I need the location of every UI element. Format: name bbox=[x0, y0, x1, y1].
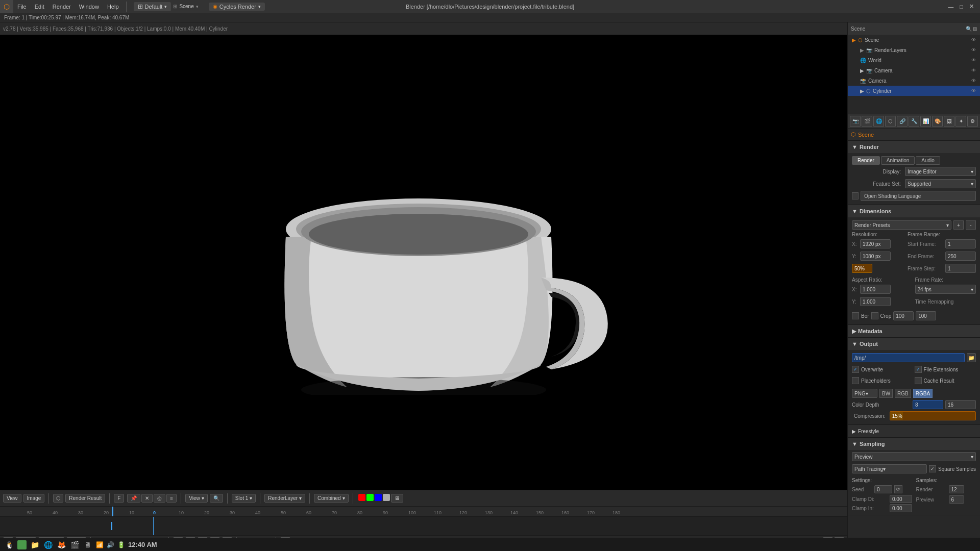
prop-tab-object[interactable]: ⬡ bbox=[885, 116, 896, 127]
bw-btn[interactable]: BW bbox=[879, 389, 893, 398]
bor-checkbox[interactable] bbox=[852, 312, 859, 319]
prop-tab-modifiers[interactable]: 🔧 bbox=[909, 116, 919, 127]
prop-tab-texture[interactable]: 🖼 bbox=[944, 116, 954, 127]
slot-selector[interactable]: Slot 1 ▾ bbox=[232, 494, 256, 503]
outliner-item-renderlayers[interactable]: ▶ 📷 RenderLayers 👁 bbox=[848, 45, 980, 55]
outliner-item-cylinder[interactable]: ▶ ⬡ Cylinder 👁 bbox=[848, 86, 980, 96]
view-button[interactable]: View bbox=[3, 494, 21, 503]
placeholders-checkbox[interactable] bbox=[852, 377, 859, 384]
color-icon1[interactable] bbox=[358, 494, 365, 501]
display-btn[interactable]: 🖥 bbox=[391, 494, 403, 503]
menu-file[interactable]: File bbox=[13, 0, 31, 13]
output-header[interactable]: ▼ Output bbox=[848, 338, 980, 350]
color-icon2[interactable] bbox=[366, 494, 374, 501]
preview-samples-value[interactable]: 6 bbox=[949, 495, 964, 504]
combined-selector[interactable]: Combined ▾ bbox=[314, 494, 349, 503]
render-layer-selector[interactable]: RenderLayer ▾ bbox=[264, 494, 305, 503]
workspace-selector[interactable]: ⊞ Default ▾ bbox=[134, 2, 172, 11]
overwrite-checkbox[interactable]: ✓ bbox=[852, 366, 859, 373]
render-presets-dropdown[interactable]: Render Presets ▾ bbox=[852, 220, 951, 230]
rl-eye[interactable]: 👁 bbox=[971, 47, 976, 53]
color-icon3[interactable] bbox=[375, 494, 382, 501]
f-button[interactable]: F bbox=[114, 494, 124, 503]
render-tab-audio[interactable]: Audio bbox=[916, 156, 940, 165]
preset-add-btn[interactable]: + bbox=[953, 220, 964, 230]
minimize-btn[interactable]: — bbox=[946, 4, 955, 10]
seed-random-btn[interactable]: ⟳ bbox=[894, 485, 902, 493]
framerate-dropdown[interactable]: 24 fps ▾ bbox=[915, 285, 976, 294]
image-button[interactable]: Image bbox=[23, 494, 45, 503]
clamp-indirect-value[interactable]: 0.00 bbox=[890, 504, 912, 512]
zoom-btn[interactable]: 🔍 bbox=[210, 494, 223, 503]
render-section-header[interactable]: ▼ Render bbox=[848, 141, 980, 153]
color-depth-16[interactable]: 16 bbox=[945, 400, 976, 409]
taskbar-penguin-icon[interactable]: 🐧 bbox=[4, 540, 14, 550]
filter-icon[interactable]: ⊞ bbox=[973, 26, 977, 32]
search-icon[interactable]: 🔍 bbox=[966, 26, 972, 32]
outliner-item-world[interactable]: 🌐 World 👁 bbox=[848, 55, 980, 65]
outliner-item-camera2[interactable]: 📸 Camera 👁 bbox=[848, 76, 980, 86]
viewport-canvas[interactable] bbox=[0, 35, 847, 490]
res-x-value[interactable]: 1920 px bbox=[860, 239, 891, 248]
rgba-btn[interactable]: RGBA bbox=[913, 389, 933, 398]
dimensions-header[interactable]: ▼ Dimensions bbox=[848, 205, 980, 217]
prop-tab-world[interactable]: 🌐 bbox=[873, 116, 884, 127]
square-samples-checkbox[interactable]: ✓ bbox=[929, 465, 936, 472]
view-dropdown[interactable]: View ▾ bbox=[185, 494, 208, 503]
preview-dropdown[interactable]: Preview ▾ bbox=[852, 452, 976, 461]
crop-checkbox[interactable] bbox=[871, 312, 878, 319]
taskbar-folder-icon[interactable]: 📁 bbox=[30, 540, 40, 550]
clamp-direct-value[interactable]: 0.00 bbox=[890, 495, 912, 503]
end-frame-value[interactable]: 250 bbox=[945, 252, 976, 261]
prop-tab-data[interactable]: 📊 bbox=[920, 116, 931, 127]
render-samples-value[interactable]: 12 bbox=[949, 485, 964, 493]
engine-selector[interactable]: ◉ Cycles Render ▾ bbox=[209, 3, 265, 11]
menu-render[interactable]: Render bbox=[48, 0, 75, 13]
prop-tab-render[interactable]: 📷 bbox=[850, 116, 861, 127]
crop-val2[interactable]: 100 bbox=[916, 311, 936, 320]
taskbar-monitor-icon[interactable]: 🖥 bbox=[83, 540, 93, 550]
freestyle-header[interactable]: ▶ Freestyle bbox=[848, 425, 980, 437]
menu-edit[interactable]: Edit bbox=[31, 0, 48, 13]
open-shading-checkbox[interactable] bbox=[852, 192, 859, 199]
crop-val1[interactable]: 100 bbox=[893, 311, 914, 320]
prop-tab-particles[interactable]: ✦ bbox=[955, 116, 966, 127]
close-btn[interactable]: ✕ bbox=[967, 3, 976, 10]
menu-help[interactable]: Help bbox=[103, 0, 123, 13]
outliner-item-scene[interactable]: ▶ ⬡ Scene 👁 bbox=[848, 35, 980, 45]
path-tracing-dropdown[interactable]: Path Tracing ▾ bbox=[852, 464, 927, 473]
aspect-y-value[interactable]: 1.000 bbox=[860, 297, 891, 306]
camera2-eye[interactable]: 👁 bbox=[971, 78, 976, 83]
render-tab-animation[interactable]: Animation bbox=[881, 156, 915, 165]
tool2-icon[interactable]: ◎ bbox=[154, 494, 165, 503]
cylinder-eye[interactable]: 👁 bbox=[971, 88, 976, 93]
compression-bar[interactable]: 15% bbox=[890, 411, 976, 420]
res-y-value[interactable]: 1080 px bbox=[860, 252, 891, 261]
render-type-icon[interactable]: ⬡ bbox=[53, 494, 63, 503]
taskbar-browser-icon[interactable]: 🌐 bbox=[43, 540, 53, 550]
res-scale-value[interactable]: 50% bbox=[852, 264, 872, 273]
prop-tab-scene[interactable]: 🎬 bbox=[862, 116, 872, 127]
prop-tab-constraints[interactable]: 🔗 bbox=[897, 116, 908, 127]
prop-tab-physics[interactable]: ⚙ bbox=[967, 116, 978, 127]
pin-icon[interactable]: 📌 bbox=[127, 494, 140, 503]
prop-tab-material[interactable]: 🎨 bbox=[932, 116, 943, 127]
camera-eye[interactable]: 👁 bbox=[971, 68, 976, 73]
sampling-header[interactable]: ▼ Sampling bbox=[848, 438, 980, 450]
timeline-ruler[interactable]: -50 -40 -30 -20 -10 0 10 20 30 40 50 60 … bbox=[0, 507, 847, 517]
feature-set-dropdown[interactable]: Supported ▾ bbox=[905, 179, 976, 188]
color-depth-8[interactable]: 8 bbox=[913, 400, 943, 409]
file-ext-checkbox[interactable]: ✓ bbox=[915, 366, 922, 373]
tool3-icon[interactable]: ≡ bbox=[166, 494, 177, 503]
taskbar-blender-icon[interactable]: 🎬 bbox=[69, 540, 80, 550]
frame-step-value[interactable]: 1 bbox=[945, 264, 976, 273]
cache-result-checkbox[interactable] bbox=[915, 377, 922, 384]
render-tab-render[interactable]: Render bbox=[852, 156, 880, 165]
scene-eye[interactable]: 👁 bbox=[971, 37, 976, 42]
display-dropdown[interactable]: Image Editor ▾ bbox=[905, 167, 976, 176]
menu-window[interactable]: Window bbox=[75, 0, 103, 13]
output-path-input[interactable]: /tmp/ bbox=[852, 353, 965, 362]
output-browse-btn[interactable]: 📁 bbox=[967, 353, 976, 362]
preset-del-btn[interactable]: - bbox=[966, 220, 976, 230]
seed-value[interactable]: 0 bbox=[874, 485, 892, 493]
